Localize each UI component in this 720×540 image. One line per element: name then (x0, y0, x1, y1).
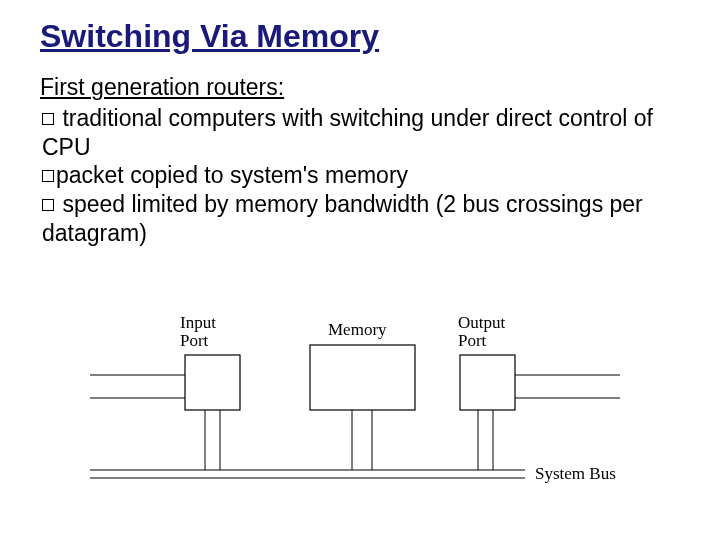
system-bus-label: System Bus (535, 464, 616, 484)
svg-rect-1 (310, 345, 415, 410)
bullet-text: packet copied to system's memory (56, 162, 408, 188)
input-port-label: Input Port (180, 314, 216, 350)
output-port-label: Output Port (458, 314, 505, 350)
bullet-item: packet copied to system's memory (40, 161, 680, 190)
subheading: First generation routers: (40, 73, 284, 102)
square-bullet-icon (42, 170, 54, 182)
slide-title: Switching Via Memory (40, 18, 680, 55)
square-bullet-icon (42, 199, 54, 211)
memory-label: Memory (328, 320, 387, 340)
bullet-item: speed limited by memory bandwidth (2 bus… (40, 190, 680, 248)
svg-rect-2 (460, 355, 515, 410)
square-bullet-icon (42, 113, 54, 125)
slide: Switching Via Memory First generation ro… (0, 0, 720, 540)
bullet-item: traditional computers with switching und… (40, 104, 680, 162)
body-text: First generation routers: traditional co… (40, 73, 680, 248)
bullet-text: traditional computers with switching und… (42, 105, 653, 160)
svg-rect-0 (185, 355, 240, 410)
bullet-text: speed limited by memory bandwidth (2 bus… (42, 191, 643, 246)
diagram: Input Port Memory Output Port System Bus (80, 320, 640, 510)
